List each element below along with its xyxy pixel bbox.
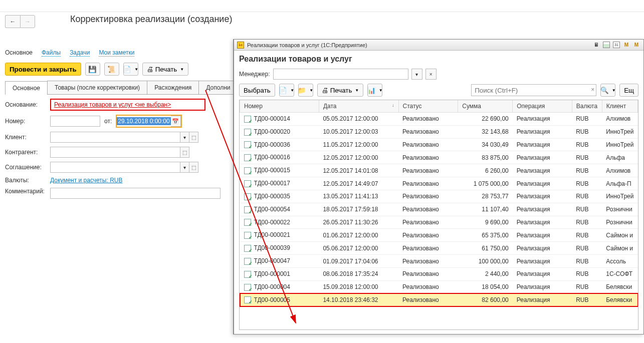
tab-main[interactable]: Основное xyxy=(5,49,33,57)
doc-plus-icon: 📄 xyxy=(279,87,287,94)
col-date[interactable]: Дата↓ xyxy=(319,100,398,113)
col-number[interactable]: Номер xyxy=(240,100,319,113)
sort-indicator-icon: ↓ xyxy=(392,103,394,108)
document-icon xyxy=(244,141,251,148)
manager-field[interactable] xyxy=(273,69,408,80)
document-icon xyxy=(244,180,251,187)
date-field[interactable]: 29.10.2018 0:00:00 xyxy=(117,117,170,125)
document-icon xyxy=(244,154,251,161)
scroll-icon: 📜 xyxy=(107,66,116,73)
table-row[interactable]: ТД00-00005418.05.2017 17:59:18Реализован… xyxy=(240,203,638,216)
table-row[interactable]: ТД00-00002101.06.2017 12:00:00Реализован… xyxy=(240,229,638,242)
contragent-field[interactable] xyxy=(50,147,180,158)
manager-dropdown-button[interactable]: ▾ xyxy=(411,69,422,80)
document-icon xyxy=(244,232,251,239)
currency-link[interactable]: Документ и расчеты: RUB xyxy=(50,177,122,184)
dlg-createbased-button[interactable]: 📄▼ xyxy=(279,84,294,97)
col-status[interactable]: Статус xyxy=(398,100,458,113)
magnifier-icon: 🔍 xyxy=(600,87,609,94)
client-open-button[interactable]: ⬚ xyxy=(189,132,198,143)
post-and-close-button[interactable]: Провести и закрыть xyxy=(5,63,81,76)
date-prefix: от: xyxy=(104,118,112,125)
agreement-label: Соглашение: xyxy=(5,164,50,171)
dlg-report2-button[interactable]: 📊▼ xyxy=(367,84,382,97)
search-clear-button[interactable]: × xyxy=(591,86,594,93)
tab-tasks[interactable]: Задачи xyxy=(70,49,90,57)
table-row[interactable]: ТД00-00000108.06.2018 17:35:24Реализован… xyxy=(240,267,638,280)
document-icon xyxy=(244,193,251,200)
tab-notes[interactable]: Мои заметки xyxy=(99,49,134,57)
m-icon[interactable]: M xyxy=(622,41,630,49)
col-currency[interactable]: Валюта xyxy=(572,100,602,113)
table-row[interactable]: ТД00-00002226.05.2017 11:30:26Реализован… xyxy=(240,216,638,229)
dlg-print-button[interactable]: 🖨 Печать ▼ xyxy=(317,84,364,97)
doc-tab-main[interactable]: Основное xyxy=(5,81,48,95)
number-label: Номер: xyxy=(5,118,50,125)
comment-field[interactable] xyxy=(50,188,221,199)
document-icon xyxy=(244,296,251,303)
page-title: Корректировка реализации (создание) xyxy=(0,9,232,28)
doc-tab-extra[interactable]: Дополни xyxy=(198,81,238,94)
client-field[interactable] xyxy=(50,132,180,143)
doc-tab-diff[interactable]: Расхождения xyxy=(147,81,199,94)
table-row[interactable]: ТД00-00002010.05.2017 12:00:03Реализован… xyxy=(240,125,638,138)
save-button[interactable]: 💾 xyxy=(85,63,100,76)
1c-logo-icon: 1c xyxy=(237,42,244,49)
post-button[interactable]: 📜 xyxy=(104,63,119,76)
currency-label: Валюты: xyxy=(5,177,50,184)
folder-icon: 📁 xyxy=(298,87,306,94)
calc-icon[interactable]: 🖩 xyxy=(592,41,600,49)
dlg-report-button[interactable]: 📁▼ xyxy=(298,84,313,97)
select-button[interactable]: Выбрать xyxy=(239,84,275,97)
table-row[interactable]: ТД00-00000514.10.2018 23:46:32Реализован… xyxy=(240,293,638,306)
chart-icon: 📊 xyxy=(367,87,376,94)
find-button[interactable]: 🔍▼ xyxy=(600,84,615,97)
table-row[interactable]: ТД00-00000415.09.2018 12:00:00Реализован… xyxy=(240,280,638,293)
floppy-icon: 💾 xyxy=(88,66,97,73)
table-row[interactable]: ТД00-00001712.05.2017 14:49:07Реализован… xyxy=(240,177,638,190)
table-row[interactable]: ТД00-00003611.05.2017 12:00:00Реализован… xyxy=(240,138,638,151)
table-row[interactable]: ТД00-00003513.05.2017 11:41:13Реализован… xyxy=(240,190,638,203)
documents-table[interactable]: Номер Дата↓ Статус Сумма Операция Валюта… xyxy=(240,100,638,306)
manager-clear-button[interactable]: × xyxy=(425,69,437,80)
mplus-icon[interactable]: M xyxy=(632,41,640,49)
basis-link[interactable]: Реализация товаров и услуг <не выбран> xyxy=(54,101,171,108)
document-icon xyxy=(244,167,251,174)
document-icon xyxy=(244,258,251,265)
table-row[interactable]: ТД00-00001405.05.2017 12:00:00Реализован… xyxy=(240,113,638,126)
document-icon xyxy=(244,245,251,252)
document-icon xyxy=(244,129,251,136)
contragent-open-button[interactable]: ⬚ xyxy=(180,147,189,158)
more-button[interactable]: Ещ xyxy=(619,84,638,97)
client-label: Клиент: xyxy=(5,134,50,141)
agreement-field[interactable] xyxy=(50,162,180,173)
contragent-label: Контрагент: xyxy=(5,149,50,156)
printer-icon: 🖨 xyxy=(147,66,153,73)
dialog-titlebar-text: Реализации товаров и услуг (1С:Предприят… xyxy=(247,42,589,48)
selection-dialog: 1c Реализации товаров и услуг (1С:Предпр… xyxy=(233,39,644,334)
document-icon xyxy=(244,206,251,213)
createbased-button[interactable]: 📄▼ xyxy=(123,63,138,76)
table-row[interactable]: ТД00-00004701.09.2017 17:04:06Реализован… xyxy=(240,255,638,268)
calendar-icon[interactable] xyxy=(602,41,610,49)
document-icon xyxy=(244,271,251,278)
table-row[interactable]: ТД00-00003905.06.2017 12:00:00Реализован… xyxy=(240,242,638,255)
document-icon xyxy=(244,219,251,226)
agreement-open-button[interactable]: ⬚ xyxy=(189,162,198,173)
table-row[interactable]: ТД00-00001512.05.2017 14:01:08Реализован… xyxy=(240,164,638,177)
table-row[interactable]: ТД00-00001612.05.2017 12:00:00Реализован… xyxy=(240,151,638,164)
number-field[interactable] xyxy=(50,116,100,127)
client-select-button[interactable]: ▾ xyxy=(180,132,189,143)
search-field[interactable] xyxy=(471,84,596,96)
agreement-select-button[interactable]: ▾ xyxy=(180,162,189,173)
date-picker-button[interactable]: 📅 xyxy=(171,116,181,127)
date31-icon[interactable]: 31 xyxy=(612,41,620,49)
document-icon xyxy=(244,116,251,123)
basis-label: Основание: xyxy=(5,101,50,108)
tab-files[interactable]: Файлы xyxy=(42,49,61,57)
col-sum[interactable]: Сумма xyxy=(458,100,513,113)
col-operation[interactable]: Операция xyxy=(513,100,572,113)
col-client[interactable]: Клиент xyxy=(602,100,637,113)
print-button[interactable]: 🖨 Печать ▼ xyxy=(142,63,189,76)
doc-tab-goods[interactable]: Товары (после корректировки) xyxy=(47,81,147,94)
